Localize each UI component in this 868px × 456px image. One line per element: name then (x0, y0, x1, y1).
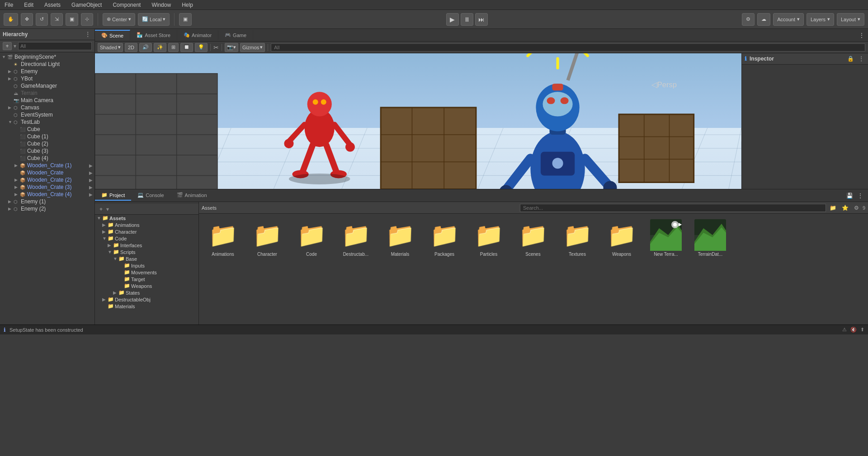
asset-grid-item[interactable]: 📁 Packages (424, 217, 465, 259)
h-expand-icon[interactable]: ▶ (8, 207, 14, 211)
project-sidebar-item[interactable]: 📁 Inputs (95, 262, 198, 269)
layers-dropdown[interactable]: Layers ▾ (807, 13, 834, 26)
project-sidebar-item[interactable]: ▼ 📁 Scripts (95, 249, 198, 255)
game-tab[interactable]: 🎮 Game (218, 30, 253, 40)
pause-button[interactable]: ⏸ (461, 13, 473, 26)
hierarchy-item[interactable]: ⬡ GameManager (0, 82, 94, 89)
hierarchy-menu-icon[interactable]: ⋮ (84, 31, 92, 38)
project-folder-icon[interactable]: 📁 (828, 204, 838, 212)
h-expand-arrow[interactable]: ▶ (89, 185, 93, 190)
project-sidebar-item[interactable]: ▶ 📁 Animations (95, 221, 198, 228)
rect-transform-button[interactable]: ▣ (179, 13, 192, 26)
project-sidebar-item[interactable]: 📁 Materials (95, 303, 198, 310)
scene-search-input[interactable] (271, 43, 865, 52)
project-sidebar-item[interactable]: ▶ 📁 Character (95, 228, 198, 235)
play-button[interactable]: ▶ (446, 13, 459, 26)
scene-light-button[interactable]: 💡 (195, 43, 208, 52)
h-expand-icon[interactable]: ▶ (14, 185, 20, 189)
asset-grid-item[interactable]: 📁 Scenes (513, 217, 553, 259)
asset-grid-item[interactable]: 📁 Particles (468, 217, 509, 259)
menu-file[interactable]: File (2, 1, 16, 9)
scene-render-button[interactable]: 🔲 (180, 43, 193, 52)
project-sidebar-item[interactable]: ▼ 📁 Code (95, 235, 198, 242)
ps-expand-icon[interactable]: ▼ (108, 249, 113, 254)
project-filter-icon[interactable]: ⚙ (852, 204, 861, 212)
hierarchy-item[interactable]: ▶ ⬡ Enemy (0, 68, 94, 75)
scene-audio-button[interactable]: 🔊 (139, 43, 152, 52)
inspector-menu-icon[interactable]: ⋮ (857, 55, 865, 62)
h-expand-icon[interactable]: ▶ (8, 105, 14, 110)
h-expand-icon[interactable]: ▶ (14, 192, 20, 197)
scale-tool-button[interactable]: ⇲ (51, 13, 63, 26)
layout-dropdown[interactable]: Layout ▾ (837, 13, 864, 26)
pivot-button[interactable]: ⊕ Center ▾ (103, 13, 135, 26)
rotate-tool-button[interactable]: ↺ (36, 13, 48, 26)
hierarchy-item[interactable]: ⬛ Cube (4) (0, 155, 94, 162)
ps-expand-icon[interactable]: ▶ (108, 243, 113, 248)
project-sidebar-item[interactable]: ▶ 📁 Interfaces (95, 242, 198, 249)
h-expand-icon[interactable]: ▼ (8, 120, 14, 124)
hierarchy-item[interactable]: ⬛ Cube (2) (0, 140, 94, 147)
h-expand-icon[interactable]: ▶ (8, 69, 14, 74)
transform-tool-button[interactable]: ⊹ (81, 13, 93, 26)
hierarchy-item[interactable]: ▶ 📦 Wooden_Crate (4) ▶ (0, 191, 94, 198)
account-dropdown[interactable]: Account ▾ (773, 13, 804, 26)
inspector-lock-icon[interactable]: 🔒 (846, 55, 855, 62)
cloud-button[interactable]: ☁ (757, 13, 770, 26)
scene-grid-button[interactable]: ⊞ (168, 43, 179, 52)
h-expand-arrow[interactable]: ▶ (89, 178, 93, 183)
project-sidebar-item[interactable]: ▶ 📁 DestructableObj (95, 296, 198, 303)
ps-expand-icon[interactable]: ▼ (113, 256, 118, 261)
hierarchy-item[interactable]: 📷 Main Camera (0, 97, 94, 104)
asset-grid-item[interactable]: 📁 Character (247, 217, 288, 259)
h-expand-icon[interactable]: ▼ (2, 55, 7, 59)
h-expand-icon[interactable]: ▶ (14, 163, 20, 168)
project-sidebar-item[interactable]: 📁 Weapons (95, 282, 198, 289)
ps-expand-icon[interactable]: ▼ (97, 216, 102, 221)
hierarchy-item[interactable]: ▶ 📦 Wooden_Crate (1) ▶ (0, 162, 94, 169)
menu-gameobject[interactable]: GameObject (69, 1, 104, 9)
asset-grid-item[interactable]: New Terra... (646, 217, 686, 259)
hierarchy-item[interactable]: ▶ ⬡ Enemy (2) (0, 205, 94, 212)
hierarchy-item[interactable]: ▶ 📦 Wooden_Crate (2) ▶ (0, 176, 94, 183)
2d-button[interactable]: 2D (125, 43, 137, 52)
h-expand-arrow[interactable]: ▶ (89, 163, 93, 168)
scene-fx-button[interactable]: ✨ (154, 43, 166, 52)
gizmos-dropdown[interactable]: Gizmos ▾ (240, 43, 265, 52)
hierarchy-item[interactable]: ⬛ Cube (3) (0, 147, 94, 155)
h-expand-arrow[interactable]: ▶ (89, 170, 93, 175)
menu-window[interactable]: Window (149, 1, 174, 9)
step-button[interactable]: ⏭ (475, 13, 488, 26)
menu-assets[interactable]: Assets (42, 1, 63, 9)
project-add-button[interactable]: + (98, 206, 104, 213)
asset-store-tab[interactable]: 🏪 Asset Store (130, 30, 177, 40)
hierarchy-item[interactable]: ⬡ EventSystem (0, 111, 94, 118)
asset-grid-item[interactable]: 📁 Destructab... (335, 217, 376, 259)
asset-grid-item[interactable]: TerrainDat... (690, 217, 731, 259)
project-star-icon[interactable]: ⭐ (840, 204, 850, 212)
hierarchy-item[interactable]: 📦 Wooden_Crate ▶ (0, 169, 94, 176)
hierarchy-search-input[interactable] (18, 42, 92, 50)
console-tab[interactable]: 💻 Console (131, 190, 170, 201)
hierarchy-item[interactable]: ☀ Directional Light (0, 61, 94, 68)
move-tool-button[interactable]: ✥ (21, 13, 33, 26)
asset-grid-item[interactable]: 📁 Weapons (601, 217, 642, 259)
scene-tab-menu[interactable]: ⋮ (855, 30, 868, 40)
project-search-input[interactable] (520, 204, 826, 212)
hierarchy-item[interactable]: ⬛ Cube (1) (0, 133, 94, 140)
asset-grid-item[interactable]: 📁 Textures (557, 217, 598, 259)
animation-tab[interactable]: 🎬 Animation (170, 190, 213, 201)
project-tab[interactable]: 📁 Project (95, 190, 131, 201)
project-sidebar-item[interactable]: ▼ 📁 Assets (95, 215, 198, 221)
asset-grid-item[interactable]: 📁 Animations (203, 217, 243, 259)
ps-expand-icon[interactable]: ▶ (102, 229, 108, 234)
project-sidebar-item[interactable]: 📁 Target (95, 276, 198, 282)
hierarchy-item[interactable]: ⛰ Terrain (0, 89, 94, 97)
asset-grid-item[interactable]: 📁 Code (291, 217, 332, 259)
scene-view[interactable]: y x z ◁Persp (95, 53, 741, 189)
project-add-dropdown-icon[interactable]: ▾ (106, 206, 109, 212)
hierarchy-add-button[interactable]: + (3, 42, 12, 50)
rect-tool-button[interactable]: ▣ (66, 13, 78, 26)
hierarchy-dropdown-icon[interactable]: ▾ (14, 43, 16, 49)
hierarchy-item[interactable]: ▶ 📦 Wooden_Crate (3) ▶ (0, 183, 94, 191)
